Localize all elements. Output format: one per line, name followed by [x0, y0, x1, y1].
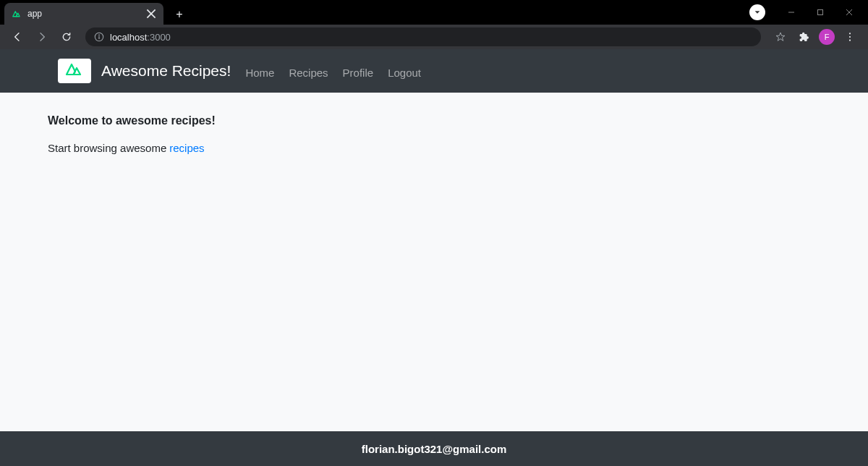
nav-link-recipes[interactable]: Recipes: [289, 67, 328, 79]
svg-point-11: [849, 40, 851, 41]
window-controls: [749, 0, 868, 25]
browser-toolbar: localhost:3000 F: [0, 25, 868, 49]
site-info-icon[interactable]: [94, 32, 104, 42]
subtext-prefix: Start browsing awesome: [48, 142, 166, 154]
address-bar[interactable]: localhost:3000: [85, 27, 761, 46]
svg-point-9: [849, 33, 851, 34]
main-content: Welcome to awesome recipes! Start browsi…: [0, 93, 868, 431]
site-brand[interactable]: Awesome Recipes!: [101, 62, 231, 80]
page-viewport: Awesome Recipes! Home Recipes Profile Lo…: [0, 49, 868, 466]
menu-icon[interactable]: [839, 26, 861, 48]
reload-button[interactable]: [56, 27, 77, 47]
browser-tab[interactable]: app: [4, 3, 163, 25]
profile-avatar[interactable]: F: [819, 29, 835, 45]
close-tab-icon[interactable]: [146, 9, 156, 19]
tab-title: app: [27, 9, 140, 19]
nuxt-logo-icon: [64, 62, 85, 80]
url-port: :3000: [147, 32, 171, 43]
maximize-icon[interactable]: [807, 2, 833, 22]
nav-link-profile[interactable]: Profile: [343, 67, 374, 79]
url-host: localhost: [110, 32, 147, 43]
svg-point-10: [849, 36, 851, 38]
svg-rect-3: [818, 10, 823, 15]
minimize-icon[interactable]: [778, 2, 804, 22]
site-logo[interactable]: [58, 59, 91, 83]
back-button[interactable]: [7, 27, 27, 47]
site-navbar: Awesome Recipes! Home Recipes Profile Lo…: [0, 49, 868, 93]
svg-rect-8: [98, 36, 99, 39]
welcome-subtext: Start browsing awesome recipes: [48, 142, 820, 154]
site-footer: florian.bigot321@gmail.com: [0, 431, 868, 466]
svg-point-7: [98, 35, 100, 36]
close-icon[interactable]: [836, 2, 862, 22]
url-text: localhost:3000: [110, 32, 171, 43]
nuxt-favicon-icon: [12, 9, 22, 19]
recipes-link[interactable]: recipes: [169, 142, 204, 154]
browser-tab-strip: app +: [0, 0, 868, 25]
forward-button[interactable]: [32, 27, 52, 47]
welcome-heading: Welcome to awesome recipes!: [48, 114, 820, 127]
footer-email: florian.bigot321@gmail.com: [362, 443, 507, 455]
extensions-icon[interactable]: [793, 26, 814, 48]
bookmark-icon[interactable]: [770, 26, 791, 48]
dropdown-icon[interactable]: [749, 4, 765, 20]
new-tab-button[interactable]: +: [169, 4, 190, 25]
nav-links: Home Recipes Profile Logout: [245, 64, 421, 79]
nav-link-logout[interactable]: Logout: [388, 67, 421, 79]
nav-link-home[interactable]: Home: [245, 67, 274, 79]
